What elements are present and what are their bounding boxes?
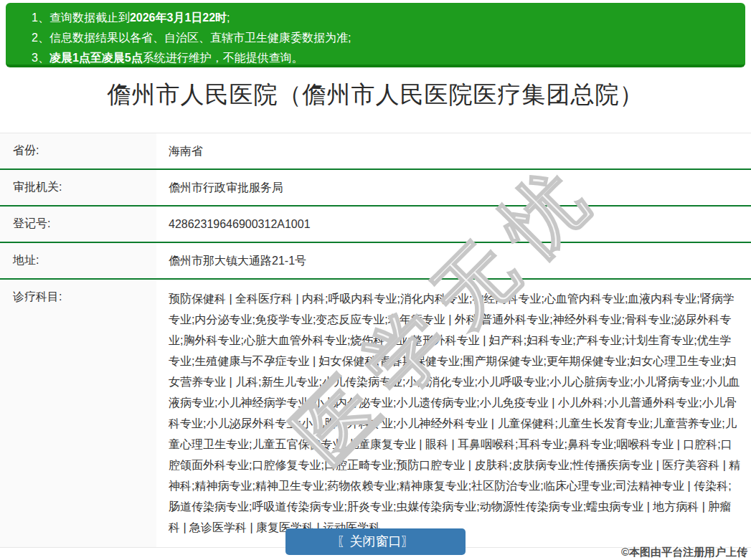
page-title: 儋州市人民医院（儋州市人民医院医疗集团总院） bbox=[0, 79, 751, 111]
table-row-approval-authority: 审批机关: 儋州市行政审批服务局 bbox=[0, 170, 751, 207]
row-value-province: 海南省 bbox=[156, 133, 751, 169]
notice-1-num: 1、 bbox=[32, 11, 49, 24]
notice-1-bold: 2026年3月1日22时 bbox=[130, 11, 227, 24]
table-row-address: 地址: 儋州市那大镇大通路21-1号 bbox=[0, 243, 751, 280]
row-value-registration-number: 42862319646900312A1001 bbox=[156, 207, 751, 242]
row-label-departments: 诊疗科目: bbox=[0, 280, 156, 547]
notice-line-1: 1、查询数据截止到2026年3月1日22时; bbox=[32, 8, 731, 28]
row-label-address: 地址: bbox=[0, 243, 156, 278]
notice-3-suffix: 系统进行维护，不能提供查询。 bbox=[143, 52, 303, 64]
hospital-info-table: 省份: 海南省 审批机关: 儋州市行政审批服务局 登记号: 4286231964… bbox=[0, 133, 751, 548]
row-label-registration-number: 登记号: bbox=[0, 207, 156, 242]
notice-3-bold: 凌晨1点至凌晨5点 bbox=[49, 52, 143, 64]
notice-3-num: 3、 bbox=[32, 52, 49, 64]
table-row-registration-number: 登记号: 42862319646900312A1001 bbox=[0, 207, 751, 243]
row-label-province: 省份: bbox=[0, 133, 156, 169]
notice-2-text: 信息数据结果以各省、自治区、直辖市卫生健康委数据为准; bbox=[49, 32, 351, 44]
table-row-province: 省份: 海南省 bbox=[0, 133, 751, 170]
notice-line-3: 3、凌晨1点至凌晨5点系统进行维护，不能提供查询。 bbox=[32, 48, 731, 68]
row-value-approval-authority: 儋州市行政审批服务局 bbox=[156, 170, 751, 205]
row-value-departments: 预防保健科 | 全科医疗科 | 内科;呼吸内科专业;消化内科专业;神经内科专业;… bbox=[156, 280, 751, 547]
notice-2-num: 2、 bbox=[32, 32, 49, 44]
notice-1-suffix: ; bbox=[227, 11, 230, 24]
uploader-watermark: ©本图由平台注册用户上传 bbox=[621, 546, 747, 559]
table-row-departments: 诊疗科目: 预防保健科 | 全科医疗科 | 内科;呼吸内科专业;消化内科专业;神… bbox=[0, 280, 751, 548]
row-label-approval-authority: 审批机关: bbox=[0, 170, 156, 205]
notice-line-2: 2、信息数据结果以各省、自治区、直辖市卫生健康委数据为准; bbox=[32, 28, 731, 48]
notice-banner: 1、查询数据截止到2026年3月1日22时; 2、信息数据结果以各省、自治区、直… bbox=[6, 3, 745, 67]
close-window-button[interactable]: 〖关闭窗口〗 bbox=[285, 528, 466, 555]
row-value-address: 儋州市那大镇大通路21-1号 bbox=[156, 243, 751, 278]
notice-1-text: 查询数据截止到 bbox=[49, 11, 130, 24]
